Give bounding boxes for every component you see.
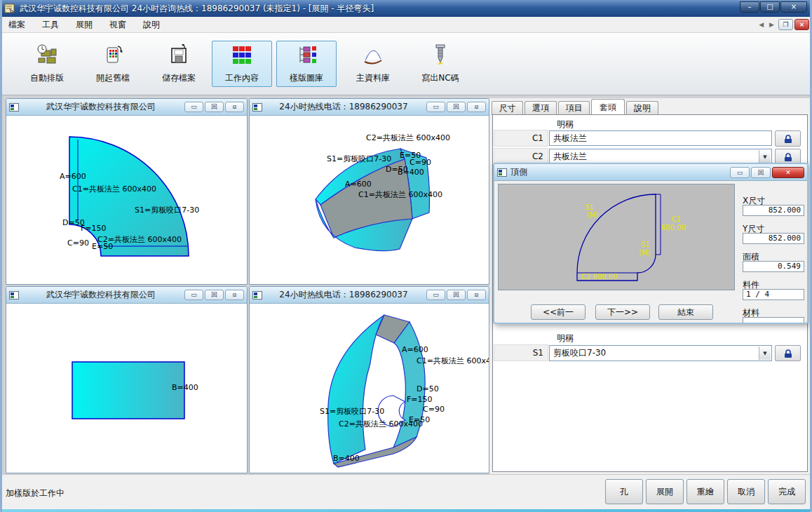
tab-items[interactable]: 項目 [558,101,590,115]
toolbar-template-library-button[interactable]: 樣版圖庫 [276,41,337,87]
dimension-annotation: C1=共板法兰 600x400 [72,185,156,194]
chevron-down-icon[interactable]: ▼ [759,346,771,360]
child-window-title: 武汉华宇诚数控科技有限公司 [19,289,183,301]
mdi-close-button[interactable]: × [794,19,809,30]
tab-dimensions[interactable]: 尺寸 [492,101,523,115]
child-restore-button[interactable]: 回 [447,290,466,300]
maximize-button[interactable]: □ [760,1,780,13]
toolbar: 自動排版 開起舊檔 儲存檔案 [0,33,812,95]
child-restore-button[interactable]: 回 [205,290,224,300]
dimension-annotation: C1=共板法兰 600x400 [358,191,442,199]
dimension-annotation: C1 [672,215,681,224]
row-key-c1: C1 [494,130,548,147]
title-bar[interactable]: 武汉华宇诚数控科技有限公司 24小时咨询热线：18986290037 (未指定1… [0,0,812,17]
chevron-down-icon[interactable]: ▼ [759,150,771,163]
material-field[interactable] [743,317,804,323]
seam-s1-select[interactable]: 剪板咬口7-30 ▼ [549,345,772,361]
menu-file[interactable]: 檔案 [0,17,34,33]
child-title-bar[interactable]: 武汉华宇诚数控科技有限公司 ▭ 回 ⟏ [6,287,247,304]
dimension-annotation: B=400 [333,454,360,463]
child-window-title: 24小时热线电话：18986290037 [262,289,425,301]
child-close-button[interactable]: ⟏ [467,102,486,112]
tab-options[interactable]: 選項 [525,101,557,115]
previous-button[interactable]: <<前一 [531,304,586,320]
elbow-3d-front-canvas: A=600C1=共板法兰 600x400D=50F=150C=90S1=剪板咬口… [250,304,489,473]
menu-help[interactable]: 說明 [135,17,168,33]
menu-unfold[interactable]: 展開 [67,17,101,33]
dimension-annotation: A=600 [345,180,372,189]
complete-button[interactable]: 完成 [768,479,806,504]
hole-button[interactable]: 孔 [605,479,643,504]
dialog-restore-button[interactable]: 回 [751,167,771,178]
drawing-icon [497,168,507,177]
seam-s1-value: 剪板咬口7-30 [553,348,606,358]
redraw-button[interactable]: 重繪 [686,479,724,504]
child-title-bar[interactable]: 24小时热线电话：18986290037 ▭ 回 ⟏ [250,99,489,116]
child-close-button[interactable]: ⟏ [225,290,244,300]
dimension-annotation: S1=剪板咬口7-30 [135,206,199,215]
close-button[interactable]: × [780,1,807,13]
drawing-icon [252,103,262,112]
dialog-title: 頂側 [510,166,729,178]
part-field[interactable]: 1 / 4 [743,289,804,300]
status-bar: 加樣版於工作中 孔 展開 重繪 取消 完成 [0,474,812,509]
mdi-restore-button[interactable]: ❐ [778,19,793,30]
tab-connector[interactable]: 套頭 [591,99,625,115]
dimension-annotation: E=50 [92,243,113,251]
open-file-icon [102,43,124,66]
toolbar-save-file-button[interactable]: 儲存檔案 [149,41,209,87]
flange-section-header: 明稱 [557,119,574,130]
child-minimize-button[interactable]: ▭ [184,290,203,300]
nav-back-icon[interactable]: ◀ [756,21,766,28]
toolbar-work-content-button[interactable]: 工作內容 [212,41,272,87]
window-3d-view-top: 24小时热线电话：18986290037 ▭ 回 ⟏ [249,98,489,285]
dimension-annotation: B=400 [172,384,198,392]
x-size-field[interactable]: 852.000 [743,205,804,216]
dialog-title-bar[interactable]: 頂側 ▭ 回 ✕ [494,164,807,181]
main-database-icon [362,43,384,66]
next-button[interactable]: 下一>> [595,304,650,320]
toolbar-write-nc-button[interactable]: 寫出NC碼 [408,41,473,87]
child-window-title: 武汉华宇诚数控科技有限公司 [19,101,183,113]
lock-s1-button[interactable] [775,345,801,361]
flange-c1-field[interactable]: 共板法兰 [549,130,772,146]
menu-tools[interactable]: 工具 [34,17,67,33]
cancel-button[interactable]: 取消 [727,479,765,504]
lock-icon [784,349,792,358]
unfold-button[interactable]: 展開 [646,479,684,504]
child-minimize-button[interactable]: ▭ [426,102,445,112]
window-bottom-edge [0,509,812,512]
toolbar-button-label: 主資料庫 [356,72,390,84]
seam-section-header: 明稱 [557,332,574,344]
child-title-bar[interactable]: 24小时热线电话：18986290037 ▭ 回 ⟏ [250,287,489,304]
y-size-field[interactable]: 852.000 [743,233,804,244]
drawing-icon [9,103,19,112]
finish-button[interactable]: 結束 [658,304,713,320]
area-field[interactable]: 0.549 [743,261,804,272]
dimension-annotation: C1=共板法兰 600x400 [417,357,489,365]
status-text: 加樣版於工作中 [6,487,65,499]
child-restore-button[interactable]: 回 [205,102,224,112]
top-side-dialog: 頂側 ▭ 回 ✕ S1(M)C1600.00S1(M)C2 600.00 <<前… [493,163,808,324]
dialog-minimize-button[interactable]: ▭ [730,167,750,178]
window-title: 武汉华宇诚数控科技有限公司 24小时咨询热线：18986290037 (未指定1… [20,3,374,15]
dimension-annotation: B=400 [398,168,424,177]
nav-forward-icon[interactable]: ▶ [766,21,777,28]
toolbar-open-file-button[interactable]: 開起舊檔 [83,41,143,87]
dimension-annotation: (M) [587,211,598,220]
minimize-button[interactable]: – [740,1,759,13]
child-minimize-button[interactable]: ▭ [426,290,445,300]
child-title-bar[interactable]: 武汉华宇诚数控科技有限公司 ▭ 回 ⟏ [6,99,247,116]
child-restore-button[interactable]: 回 [447,102,466,112]
child-close-button[interactable]: ⟏ [225,102,244,112]
dimension-annotation: C=90 [410,159,431,167]
toolbar-auto-nest-button[interactable]: 自動排版 [17,41,77,87]
dialog-close-button[interactable]: ✕ [772,167,804,178]
lock-c1-button[interactable] [775,130,801,147]
toolbar-main-database-button[interactable]: 主資料庫 [344,41,402,87]
tab-help[interactable]: 說明 [626,101,658,115]
menu-window[interactable]: 視窗 [101,17,135,33]
child-minimize-button[interactable]: ▭ [184,102,203,112]
child-close-button[interactable]: ⟏ [467,290,486,300]
elbow-3d-front-drawing [250,304,489,473]
